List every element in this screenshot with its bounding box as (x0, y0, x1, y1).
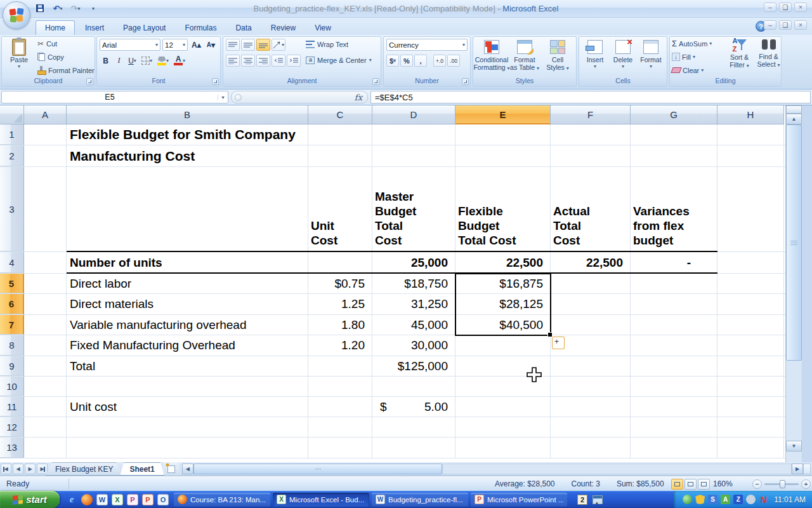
underline-button[interactable]: U▾ (126, 55, 138, 67)
row-13-cells[interactable] (24, 438, 784, 458)
fill-button[interactable]: ↓ Fill ▾ (672, 51, 712, 62)
tab-review[interactable]: Review (262, 21, 304, 35)
number-dialog-launcher[interactable] (462, 78, 469, 85)
row-header-2[interactable]: 2 (0, 145, 24, 166)
delete-cells-button[interactable]: Delete ▾ (610, 38, 636, 83)
cell-c7[interactable]: 1.80 (308, 318, 365, 332)
fill-color-button[interactable]: ▾ (155, 55, 171, 67)
taskbar-button-word-budgeting[interactable]: W Budgeting_practice-fl... (372, 493, 468, 507)
cell-b9[interactable]: Total (70, 359, 100, 374)
column-header-a[interactable]: A (24, 105, 67, 124)
messenger-badge-icon[interactable]: 2 (577, 495, 587, 505)
page-layout-view-button[interactable] (684, 479, 697, 490)
row-header-9[interactable]: 9 (0, 356, 24, 376)
decrease-decimal-button[interactable]: .00 (447, 55, 460, 67)
cell-b2[interactable]: Manufacturing Cost (70, 148, 201, 164)
row-header-5[interactable]: 5 (0, 274, 24, 293)
alignment-dialog-launcher[interactable] (372, 78, 379, 85)
normal-view-button[interactable] (671, 479, 683, 490)
row-header-8[interactable]: 8 (0, 335, 24, 356)
column-header-f[interactable]: F (551, 105, 631, 124)
borders-button[interactable]: ▾ (140, 55, 154, 67)
align-middle-button[interactable] (241, 39, 255, 51)
outlook-icon[interactable]: O (157, 494, 169, 505)
formula-input[interactable]: =$E$4*C5 (370, 91, 811, 104)
autosum-button[interactable]: Σ AutoSum ▾ (672, 38, 712, 49)
row-11-cells[interactable]: Unit cost $ 5.00 (24, 397, 784, 417)
copy-button[interactable]: Copy (37, 51, 95, 62)
column-header-b[interactable]: B (67, 105, 308, 124)
vertical-split-handle[interactable] (786, 105, 802, 114)
row-5-cells[interactable]: Direct labor $0.75 $18,750 $16,875 (24, 274, 784, 293)
sort-filter-button[interactable]: A Z Sort & Filter ▾ (726, 37, 753, 70)
cell-d9[interactable]: $125,000 (372, 359, 448, 373)
row-7-cells[interactable]: Variable manufacturing overhead 1.80 45,… (24, 315, 784, 335)
row-header-11[interactable]: 11 (0, 397, 24, 417)
previous-sheet-button[interactable]: ◀ (13, 464, 23, 474)
format-painter-button[interactable]: Format Painter (37, 65, 95, 76)
scroll-up-button[interactable]: ▲ (786, 114, 802, 124)
tab-home[interactable]: Home (36, 20, 75, 35)
cell-f4[interactable]: 22,500 (551, 256, 623, 270)
cell-f3[interactable]: Actual Total Cost (553, 204, 631, 248)
font-size-select[interactable]: 12 ▾ (162, 39, 188, 51)
align-right-button[interactable] (256, 55, 270, 67)
cell-e4[interactable]: 22,500 (455, 256, 543, 270)
tab-formulas[interactable]: Formulas (176, 21, 225, 35)
taskbar-button-powerpoint[interactable]: P Microsoft PowerPoint ... (471, 493, 567, 507)
sheet-tab-sheet1[interactable]: Sheet1 (120, 462, 164, 476)
number-format-select[interactable]: Currency ▾ (386, 39, 468, 51)
comma-style-button[interactable]: , (414, 55, 427, 67)
cell-b5[interactable]: Direct labor (70, 276, 136, 291)
cut-button[interactable]: ✂ Cut (37, 38, 95, 49)
excel-icon[interactable]: X (112, 494, 123, 505)
tab-insert[interactable]: Insert (76, 21, 113, 35)
tray-volume-icon[interactable] (746, 495, 756, 504)
cell-c8[interactable]: 1.20 (308, 338, 365, 352)
row-header-1[interactable]: 1 (0, 124, 24, 145)
workbook-close-button[interactable]: × (794, 20, 807, 30)
column-header-h[interactable]: H (717, 105, 784, 124)
zoom-level[interactable]: 160% (713, 479, 733, 488)
row-header-7[interactable]: 7 (0, 315, 24, 335)
column-header-e[interactable]: E (455, 105, 551, 124)
horizontal-scroll-thumb[interactable] (193, 464, 442, 474)
name-box[interactable]: E5 ▾ (1, 91, 228, 104)
clear-button[interactable]: Clear ▾ (672, 65, 712, 76)
workbook-minimize-button[interactable]: – (764, 20, 776, 30)
cell-d8[interactable]: 30,000 (372, 338, 448, 352)
taskbar-button-excel[interactable]: X Microsoft Excel - Bud... (273, 493, 369, 507)
autofill-options-button[interactable]: + (552, 337, 565, 349)
decrease-indent-button[interactable] (272, 55, 285, 67)
taskbar-clock[interactable]: 11:01 AM (774, 495, 806, 504)
align-center-button[interactable] (241, 55, 255, 67)
align-top-button[interactable] (226, 39, 240, 51)
insert-function-button[interactable]: fx (355, 93, 362, 102)
horizontal-scroll-track[interactable] (442, 464, 792, 474)
next-sheet-button[interactable]: ▶ (25, 464, 36, 474)
publisher-icon[interactable]: P (127, 494, 138, 505)
clipboard-dialog-launcher[interactable] (86, 78, 93, 85)
align-bottom-button[interactable] (256, 39, 270, 51)
row-header-13[interactable]: 13 (0, 438, 24, 458)
close-button[interactable]: × (794, 3, 807, 12)
start-button[interactable]: start (0, 491, 60, 508)
cell-b6[interactable]: Direct materials (70, 297, 159, 312)
powerpoint-icon[interactable]: P (142, 494, 154, 505)
italic-button[interactable]: I (113, 55, 125, 67)
cell-b8[interactable]: Fixed Manufacturing Overhead (70, 338, 240, 353)
tray-shield-icon[interactable] (695, 495, 705, 504)
align-left-button[interactable] (226, 55, 240, 67)
scroll-down-button[interactable]: ▼ (786, 441, 802, 451)
minimize-button[interactable]: – (764, 3, 776, 12)
increase-indent-button[interactable] (287, 55, 301, 67)
grow-font-button[interactable]: A▴ (190, 39, 203, 51)
workbook-restore-button[interactable]: ❑ (779, 20, 792, 30)
row-header-12[interactable]: 12 (0, 417, 24, 437)
tab-page-layout[interactable]: Page Layout (114, 21, 174, 35)
cell-b1[interactable]: Flexible Budget for Smith Company (70, 126, 302, 143)
cell-b7[interactable]: Variable manufacturing overhead (70, 318, 252, 333)
row-2-cells[interactable]: Manufacturing Cost (24, 145, 784, 166)
restore-button[interactable]: ❑ (779, 3, 792, 12)
row-3-cells[interactable]: Unit Cost Master Budget Total Cost Flexi… (24, 167, 784, 251)
